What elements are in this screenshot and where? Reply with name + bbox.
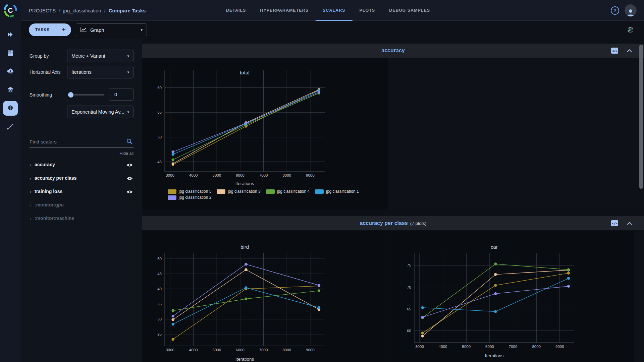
person-icon [626, 8, 635, 16]
avatar[interactable] [625, 4, 637, 16]
tab-hyperparameters[interactable]: HYPERPARAMETERS [253, 0, 316, 21]
tab-details[interactable]: DETAILS [219, 0, 253, 21]
chevron-right-icon[interactable]: › [30, 189, 31, 194]
tab-debug-samples[interactable]: DEBUG SAMPLES [382, 0, 437, 21]
divider [30, 85, 133, 85]
smoothing-type-select[interactable]: Exponential Moving Av... ▾ [67, 106, 133, 118]
rail-item-dashboard[interactable] [3, 27, 18, 42]
chevron-right-icon[interactable]: › [30, 216, 31, 221]
breadcrumb-current: Compare Tasks [109, 8, 146, 13]
chevron-down-icon: ▾ [127, 110, 129, 114]
collapse-up-icon[interactable] [627, 222, 632, 225]
legend-item[interactable]: jpg classification 5 [168, 189, 211, 194]
horizontal-axis-label: Horizontal Axis [30, 69, 61, 75]
scalar-row-accuracy-per-class[interactable]: › accuracy per class [21, 171, 142, 185]
legend-item[interactable]: jpg classification 1 [315, 189, 359, 194]
svg-text:car: car [491, 244, 498, 250]
legend-item[interactable]: jpg classification 2 [168, 195, 211, 200]
group-by-value: Metric + Variant [71, 53, 105, 59]
smoothing-value-input[interactable]: 0 [109, 88, 133, 101]
svg-text:5000: 5000 [212, 348, 221, 352]
section-actions: </> [611, 216, 632, 230]
smoothing-label: Smoothing [30, 92, 52, 98]
svg-text:Iterations: Iterations [235, 181, 254, 186]
auto-refresh-button[interactable] [626, 25, 635, 34]
total-line-chart[interactable]: 300040005000600070008000900045505560tota… [146, 64, 367, 188]
group-by-select[interactable]: Metric + Variant ▾ [67, 50, 133, 62]
svg-text:25: 25 [157, 332, 162, 336]
section-header-accuracy: accuracy </> [142, 44, 644, 58]
add-task-button[interactable]: + [56, 23, 71, 36]
svg-text:65: 65 [407, 307, 411, 311]
clearml-logo[interactable]: C [3, 3, 18, 18]
rail-item-workers[interactable] [3, 46, 18, 60]
help-icon[interactable]: ? [611, 6, 619, 15]
clearml-logo-icon: C [3, 3, 18, 18]
cloud-gear-icon [6, 67, 14, 75]
embed-code-icon[interactable]: </> [611, 220, 618, 226]
scalar-row-monitor-gpu[interactable]: › :monitor:gpu [21, 198, 142, 212]
svg-text:6000: 6000 [236, 173, 245, 177]
servers-icon [7, 49, 14, 57]
search-icon[interactable] [126, 138, 133, 146]
breadcrumb-projects[interactable]: PROJECTS [29, 8, 56, 13]
bird-line-chart[interactable]: 3000400050006000700080009000253035404550… [146, 235, 367, 362]
rail-item-experiments[interactable] [3, 101, 18, 116]
section-title: accuracy [381, 48, 405, 54]
visibility-eye-icon[interactable] [126, 163, 133, 169]
tab-plots[interactable]: PLOTS [352, 0, 382, 21]
tasks-pill: TASKS + [29, 23, 71, 36]
svg-text:70: 70 [407, 285, 411, 289]
scalars-list: › accuracy › accuracy per class › traini… [21, 158, 142, 225]
svg-text:bird: bird [240, 244, 249, 250]
legend-item[interactable]: jpg classification 4 [266, 189, 310, 194]
tasks-button[interactable]: TASKS [29, 23, 56, 36]
scalar-row-label: accuracy [35, 162, 55, 167]
scalar-row-accuracy[interactable]: › accuracy [21, 158, 142, 171]
chevron-right-icon[interactable]: › [30, 202, 31, 208]
section-actions: </> [611, 44, 632, 58]
group-by-label: Group by [30, 53, 49, 59]
find-scalars-input[interactable] [30, 136, 123, 146]
rail-item-pipelines[interactable] [3, 119, 18, 134]
layers-icon [7, 86, 14, 94]
svg-text:5000: 5000 [462, 345, 471, 349]
svg-text:8000: 8000 [532, 345, 541, 349]
svg-text:9000: 9000 [306, 173, 315, 177]
breadcrumb-separator: / [104, 8, 106, 13]
legend-item[interactable]: jpg classification 3 [217, 189, 260, 194]
svg-text:30: 30 [157, 317, 162, 321]
smoothing-slider-thumb[interactable] [68, 92, 73, 98]
breadcrumb-separator: / [59, 8, 60, 13]
car-line-chart[interactable]: 300040005000600070008000900060657075carI… [395, 235, 617, 362]
scalar-row-label: training loss [35, 189, 62, 194]
hide-all-button[interactable]: Hide all [119, 151, 133, 156]
visibility-eye-icon[interactable] [126, 176, 133, 182]
visibility-eye-icon[interactable] [126, 189, 133, 195]
view-select[interactable]: Graph ▾ [76, 23, 147, 36]
embed-code-icon[interactable]: </> [611, 48, 618, 54]
chevron-right-icon[interactable]: › [30, 175, 31, 181]
pipeline-icon [6, 123, 14, 131]
rail-item-autoscalers[interactable] [3, 64, 18, 79]
smoothing-slider[interactable] [69, 94, 104, 96]
vertical-scrollbar-thumb[interactable] [639, 45, 643, 189]
horizontal-axis-select[interactable]: Iterations ▾ [67, 66, 133, 78]
scalar-row-monitor-machine[interactable]: › :monitor:machine [21, 212, 142, 225]
line-chart-icon [80, 27, 87, 33]
svg-text:4000: 4000 [189, 173, 198, 177]
auto-refresh-icon [626, 25, 635, 34]
top-bar: PROJECTS / jpg_classification / Compare … [21, 0, 644, 21]
scalar-row-training-loss[interactable]: › training loss [21, 185, 142, 198]
collapse-up-icon[interactable] [627, 49, 632, 52]
svg-text:Iterations: Iterations [235, 357, 254, 362]
svg-text:5000: 5000 [212, 173, 221, 177]
tab-scalars[interactable]: SCALARS [316, 0, 352, 21]
chart-legend: jpg classification 5jpg classification 3… [168, 189, 364, 200]
breadcrumb-project-name[interactable]: jpg_classification [63, 8, 101, 13]
rail-item-datasets[interactable] [3, 82, 18, 97]
svg-text:35: 35 [157, 302, 162, 306]
svg-text:50: 50 [157, 135, 162, 139]
chevron-right-icon[interactable]: › [30, 162, 31, 168]
horizontal-axis-value: Iterations [71, 69, 92, 75]
